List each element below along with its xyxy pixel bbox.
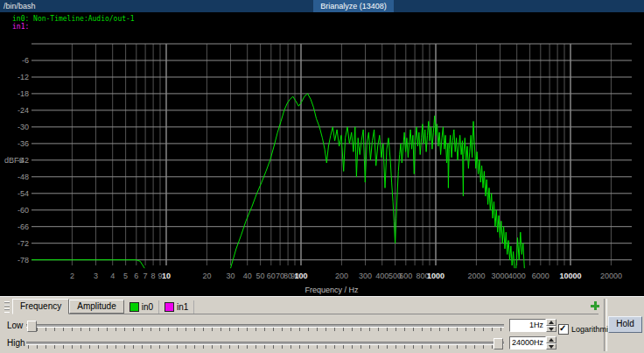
low-slider-thumb[interactable]: [27, 321, 37, 332]
high-spinbox: 24000Hz: [509, 336, 556, 349]
svg-text:-66: -66: [18, 222, 29, 231]
input1-connection-label: in1:: [12, 23, 29, 31]
in1-color-swatch: [164, 302, 174, 312]
logarithmic-checkbox[interactable]: [558, 324, 569, 335]
svg-text:1000: 1000: [427, 272, 444, 280]
svg-text:dBFS: dBFS: [4, 156, 24, 165]
low-value-input[interactable]: 1Hz: [509, 319, 546, 332]
svg-text:6: 6: [134, 272, 138, 280]
high-slider-ticks: [28, 345, 502, 349]
panel-grip[interactable]: [4, 301, 10, 313]
svg-text:5: 5: [123, 272, 128, 280]
high-label: High: [7, 338, 25, 348]
svg-text:30: 30: [226, 272, 234, 280]
in0-color-swatch: [130, 302, 139, 312]
svg-text:8: 8: [151, 272, 156, 280]
high-decrement-button[interactable]: [546, 343, 556, 350]
legend-in1-label: in1: [177, 302, 188, 312]
svg-text:200: 200: [335, 272, 348, 280]
high-spin-buttons: [546, 336, 556, 349]
svg-text:2000: 2000: [467, 272, 485, 280]
svg-text:-60: -60: [18, 206, 29, 215]
low-spin-buttons: [546, 319, 556, 332]
svg-text:7: 7: [144, 272, 148, 280]
svg-text:2: 2: [70, 272, 74, 280]
svg-text:-78: -78: [18, 256, 29, 265]
low-label: Low: [7, 321, 23, 330]
svg-text:600: 600: [399, 272, 412, 280]
svg-text:100: 100: [294, 272, 307, 280]
svg-text:-18: -18: [18, 89, 29, 98]
svg-text:Frequency / Hz: Frequency / Hz: [304, 286, 359, 294]
svg-text:50: 50: [256, 272, 265, 280]
svg-text:-6: -6: [22, 56, 29, 65]
svg-text:-30: -30: [18, 123, 29, 131]
legend-in1[interactable]: in1: [159, 300, 194, 314]
svg-text:-24: -24: [18, 106, 29, 115]
svg-text:-36: -36: [18, 139, 29, 148]
legend-in0[interactable]: in0: [124, 300, 159, 314]
control-panel: Frequency Amplitude in0 in1 Low: [0, 296, 644, 353]
spectrum-plot: -6-12-18-24-30-36-42-48-54-60-66-72-7823…: [0, 12, 644, 296]
svg-text:-48: -48: [18, 173, 29, 181]
svg-text:6000: 6000: [532, 272, 550, 280]
svg-text:4000: 4000: [508, 272, 526, 280]
tab-amplitude[interactable]: Amplitude: [69, 300, 123, 314]
add-input-icon[interactable]: [591, 301, 599, 310]
high-slider[interactable]: [26, 336, 504, 349]
logarithmic-option: Logarithmic: [558, 324, 612, 335]
high-increment-button[interactable]: [546, 336, 556, 343]
hold-button[interactable]: Hold: [608, 316, 642, 333]
svg-text:40: 40: [243, 272, 252, 280]
svg-text:-12: -12: [18, 73, 29, 81]
svg-text:400: 400: [375, 272, 388, 280]
svg-text:3000: 3000: [491, 272, 508, 280]
low-decrement-button[interactable]: [546, 326, 556, 333]
brianalyze-window: /bin/bash Brianalyze (13408) -6-12-18-24…: [0, 0, 644, 353]
low-slider-ticks: [28, 328, 502, 331]
titlebar: /bin/bash Brianalyze (13408): [0, 0, 644, 12]
low-increment-button[interactable]: [546, 319, 556, 326]
svg-text:-54: -54: [18, 189, 29, 198]
input0-connection-label: in0: Non-Timeline:Audio/out-1: [12, 15, 135, 23]
logarithmic-label: Logarithmic: [571, 325, 612, 334]
high-frequency-row: High 24000Hz: [0, 335, 604, 351]
svg-text:10: 10: [162, 272, 171, 280]
window-title: Brianalyze (13408): [313, 0, 394, 12]
svg-text:20000: 20000: [600, 272, 622, 280]
legend-in0-label: in0: [142, 302, 153, 312]
high-slider-thumb[interactable]: [494, 338, 503, 349]
tab-bar: Frequency Amplitude in0 in1: [12, 299, 598, 314]
svg-text:10000: 10000: [559, 272, 581, 280]
low-frequency-row: Low 1Hz: [0, 318, 604, 334]
svg-text:300: 300: [359, 272, 372, 280]
tab-frequency[interactable]: Frequency: [12, 299, 69, 314]
svg-text:-72: -72: [18, 239, 29, 248]
low-slider[interactable]: [26, 319, 504, 332]
spectrum-plot-area: -6-12-18-24-30-36-42-48-54-60-66-72-7823…: [0, 12, 644, 296]
background-window-title: /bin/bash: [4, 0, 36, 12]
plus-icon-bar: [594, 301, 597, 310]
svg-text:20: 20: [202, 272, 211, 280]
svg-text:60: 60: [267, 272, 276, 280]
svg-text:3: 3: [94, 272, 98, 280]
svg-text:4: 4: [110, 272, 115, 280]
high-value-input[interactable]: 24000Hz: [509, 336, 546, 349]
low-spinbox: 1Hz: [509, 319, 556, 332]
